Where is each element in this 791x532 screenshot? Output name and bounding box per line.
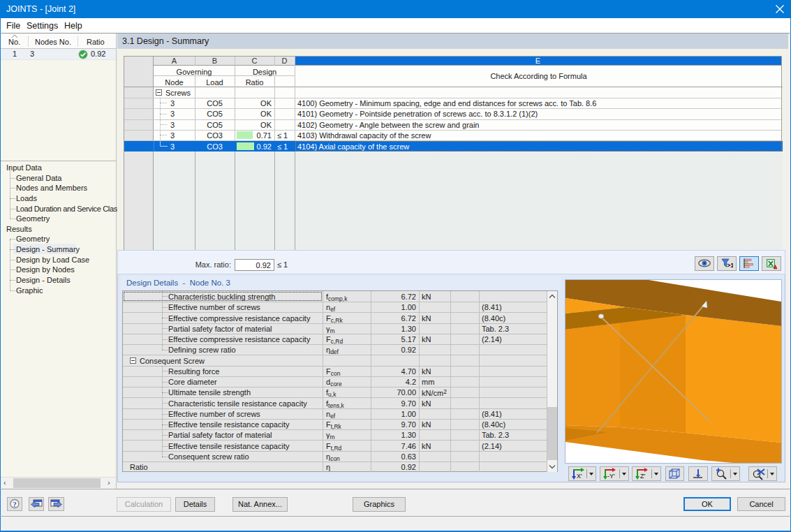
svg-text:-Y': -Y'	[607, 473, 615, 480]
svg-text:Z': Z'	[640, 473, 645, 480]
svg-text:X': X'	[577, 473, 582, 480]
svg-text:?: ?	[13, 500, 17, 508]
svg-text:>1: >1	[727, 262, 733, 269]
